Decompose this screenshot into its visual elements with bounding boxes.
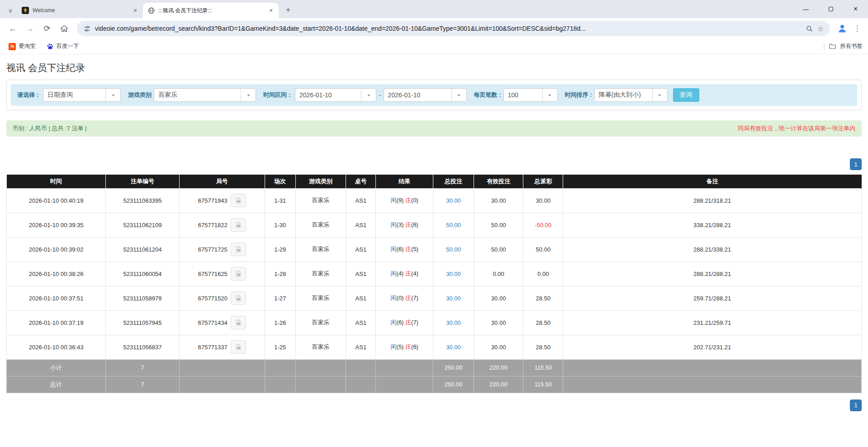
- cell-time: 2026-01-10 00:36:43: [7, 335, 106, 359]
- cell-game: 百家乐: [295, 310, 346, 335]
- tab-betrecord[interactable]: :::视讯 会员下注纪录::: ×: [143, 3, 279, 18]
- new-tab-button[interactable]: +: [281, 3, 295, 17]
- all-bookmarks-button[interactable]: | 所有书签: [823, 43, 863, 50]
- player-label: 闲: [391, 221, 397, 228]
- bookmark-star-icon[interactable]: ☆: [817, 24, 824, 33]
- cell-total_bet[interactable]: 50.00: [433, 237, 474, 262]
- table-header-row: 时间注单编号局号场次游戏类别桌号结果总投注有效投注总派彩备注: [7, 175, 862, 188]
- cell-total_bet[interactable]: 50.00: [433, 213, 474, 237]
- cell-remark: 202.71/231.21: [563, 335, 862, 359]
- taobao-icon: 淘: [9, 43, 16, 50]
- video-replay-button[interactable]: [231, 194, 246, 207]
- zoom-icon[interactable]: [806, 25, 813, 33]
- column-header-result: 结果: [376, 175, 433, 188]
- minimize-button[interactable]: —: [793, 0, 818, 18]
- chevron-down-icon[interactable]: ▼: [451, 89, 466, 101]
- round-number: 675771520: [198, 295, 228, 302]
- table-footer: 小计7250.00220.00115.50总计7250.00220.00115.…: [7, 359, 862, 393]
- cell-total_bet[interactable]: 30.00: [433, 262, 474, 286]
- video-replay-button[interactable]: [231, 316, 246, 329]
- cell-remark: 259.71/288.21: [563, 286, 862, 310]
- table-row: 2026-01-10 00:40:19523111063395675771943…: [7, 188, 862, 213]
- reload-button[interactable]: ⟳: [39, 20, 55, 37]
- pagination-bottom: 1: [6, 399, 862, 411]
- game-category-value: 百家乐: [154, 89, 241, 101]
- cell-round: 675771337: [179, 335, 265, 359]
- profile-avatar[interactable]: [835, 21, 850, 36]
- column-header-table_no: 桌号: [346, 175, 376, 188]
- game-category-label: 游戏类别: [128, 91, 152, 99]
- page-1-button[interactable]: 1: [850, 399, 862, 411]
- cell-payout: 30.00: [523, 188, 563, 213]
- query-type-select[interactable]: 日期查询 ▼: [43, 88, 121, 102]
- page-content: 视讯 会员下注纪录 请选择： 日期查询 ▼ 游戏类别 百家乐 ▼ 时间区间： 2…: [0, 62, 868, 420]
- footer-cell-total_bet: 250.00: [433, 376, 474, 393]
- browser-menu-button[interactable]: ⋮: [851, 21, 863, 36]
- chevron-down-icon[interactable]: ▼: [241, 89, 256, 101]
- footer-cell-total_bet: 250.00: [433, 359, 474, 376]
- window-controls: — ×: [793, 0, 868, 18]
- forward-button[interactable]: →: [22, 20, 38, 37]
- footer-cell-session: [265, 359, 295, 376]
- close-icon[interactable]: ×: [131, 6, 139, 14]
- sort-order-value: 降幂(由大到小): [595, 89, 652, 101]
- date-end-input[interactable]: 2026-01-10 ▼: [384, 88, 467, 102]
- site-settings-icon[interactable]: [83, 25, 91, 33]
- chevron-down-icon[interactable]: ▼: [361, 89, 376, 101]
- welcome-favicon-icon: [22, 7, 29, 14]
- player-label: 闲: [391, 319, 397, 326]
- tab-welcome[interactable]: Welcome ×: [17, 3, 143, 18]
- sort-order-label: 时间排序 :: [565, 91, 592, 99]
- footer-cell-time: 总计: [7, 376, 106, 393]
- column-header-session: 场次: [265, 175, 295, 188]
- url-text[interactable]: videoie.com/game/betrecord_search/kind3?…: [95, 25, 802, 32]
- video-replay-button[interactable]: [231, 291, 246, 305]
- footer-cell-remark: [563, 359, 862, 376]
- search-button[interactable]: 查询: [673, 88, 699, 102]
- video-file-icon: [235, 295, 242, 302]
- cell-table_no: AS1: [346, 213, 376, 237]
- close-window-button[interactable]: ×: [843, 0, 868, 18]
- cell-time: 2026-01-10 00:38:26: [7, 262, 106, 286]
- sort-order-select[interactable]: 降幂(由大到小) ▼: [594, 88, 668, 102]
- cell-payout: 50.00: [523, 237, 563, 262]
- cell-table_no: AS1: [346, 335, 376, 359]
- date-start-input[interactable]: 2026-01-10 ▼: [295, 88, 376, 102]
- filter-bar: 请选择： 日期查询 ▼ 游戏类别 百家乐 ▼ 时间区间： 2026-01-10 …: [11, 84, 857, 106]
- cell-result: 闲(6) 庄(5): [376, 237, 433, 262]
- home-button[interactable]: [56, 20, 72, 37]
- maximize-button[interactable]: [818, 0, 843, 18]
- cell-session: 1-30: [265, 213, 295, 237]
- chevron-down-icon[interactable]: ▼: [652, 89, 667, 101]
- footer-cell-time: 小计: [7, 359, 106, 376]
- cell-game: 百家乐: [295, 188, 346, 213]
- table-row: 2026-01-10 00:36:43523111056837675771337…: [7, 335, 862, 359]
- chevron-down-icon: ∨: [8, 7, 13, 14]
- video-replay-button[interactable]: [231, 243, 246, 256]
- video-replay-button[interactable]: [231, 218, 246, 232]
- cell-bet_id: 523111057945: [106, 310, 180, 335]
- game-category-select[interactable]: 百家乐 ▼: [154, 88, 256, 102]
- chevron-down-icon[interactable]: ▼: [105, 89, 120, 101]
- bookmark-taobao[interactable]: 淘 爱淘宝: [5, 41, 39, 52]
- column-header-game: 游戏类别: [295, 175, 346, 188]
- cell-total_bet[interactable]: 30.00: [433, 335, 474, 359]
- per-page-value: 100: [504, 89, 542, 101]
- banker-label: 庄: [405, 270, 411, 277]
- tab-search-button[interactable]: ∨: [4, 3, 17, 18]
- close-icon[interactable]: ×: [267, 6, 275, 14]
- bookmark-baidu[interactable]: 百度一下: [43, 41, 82, 52]
- cell-total_bet[interactable]: 30.00: [433, 286, 474, 310]
- cell-result: 闲(3) 庄(6): [376, 213, 433, 237]
- video-replay-button[interactable]: [231, 340, 246, 354]
- back-button[interactable]: ←: [5, 20, 21, 37]
- per-page-input[interactable]: 100 ▼: [503, 88, 558, 102]
- cell-total_bet[interactable]: 30.00: [433, 188, 474, 213]
- video-replay-button[interactable]: [231, 267, 246, 281]
- page-1-button[interactable]: 1: [850, 158, 862, 170]
- per-page-label: 每页笔数 :: [474, 91, 501, 99]
- cell-total_bet[interactable]: 30.00: [433, 310, 474, 335]
- cell-session: 1-31: [265, 188, 295, 213]
- chevron-down-icon[interactable]: ▼: [542, 89, 557, 101]
- address-bar[interactable]: videoie.com/game/betrecord_search/kind3?…: [77, 21, 830, 36]
